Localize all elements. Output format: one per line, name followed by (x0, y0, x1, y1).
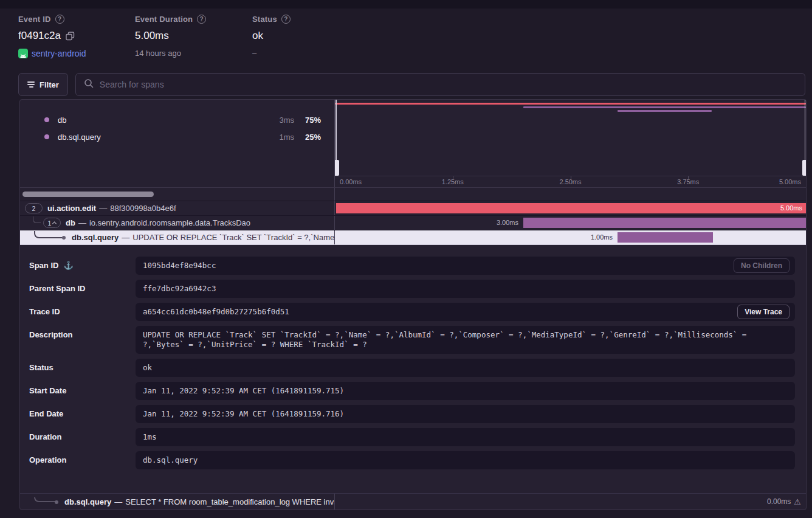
detail-label: Start Date (29, 386, 66, 395)
span-duration-label: 1.00ms (591, 233, 613, 241)
operations-legend: db 3ms 75% db.sql.query 1ms 25% (20, 100, 334, 187)
tree-connector (33, 216, 41, 223)
span-description: 88f300998a0b4e6f (110, 204, 176, 213)
status-label: Status (252, 15, 277, 24)
filter-button-label: Filter (40, 80, 59, 89)
legend-op-duration: 1ms (265, 133, 294, 142)
legend-op-name: db (58, 116, 66, 125)
detail-value: db.sql.query (136, 451, 795, 469)
help-icon[interactable]: ? (55, 15, 64, 24)
detail-value: 1ms (136, 428, 795, 446)
span-duration-label: 0.00ms (767, 497, 791, 506)
span-row-db-sql-query-select[interactable]: db.sql.query—SELECT * FROM room_table_mo… (20, 493, 806, 509)
legend-item-db[interactable]: db 3ms 75% (20, 111, 334, 128)
span-children-toggle[interactable]: 1 (43, 218, 61, 228)
detail-label: Duration (29, 432, 61, 441)
detail-value: Jan 11, 2022 9:52:39 AM CET (1641891159.… (136, 382, 795, 400)
span-duration-label: 3.00ms (497, 219, 518, 226)
legend-op-percent: 75% (294, 116, 321, 125)
help-icon[interactable]: ? (281, 15, 291, 24)
span-description: io.sentry.android.roomsample.data.Tracks… (89, 218, 250, 227)
span-children-toggle[interactable]: 2 (25, 203, 43, 213)
filter-icon (27, 81, 35, 88)
span-row-db-sql-query-selected[interactable]: db.sql.query—UPDATE OR REPLACE `Track` S… (20, 230, 806, 245)
view-trace-button[interactable]: View Trace (737, 305, 790, 319)
detail-label: Parent Span ID (29, 284, 85, 293)
event-id-label-row: Event ID ? (18, 15, 135, 24)
detail-value: ok (136, 359, 795, 377)
detail-label: Status (29, 363, 53, 372)
android-platform-icon (18, 49, 28, 58)
legend-item-db-sql-query[interactable]: db.sql.query 1ms 25% (20, 128, 334, 145)
span-duration-bar (618, 232, 713, 243)
legend-op-percent: 25% (294, 133, 321, 142)
detail-label: End Date (29, 409, 63, 418)
tree-timeline-divider (334, 188, 335, 201)
legend-op-name: db.sql.query (58, 133, 101, 142)
detail-row-trace-id: Trace ID a654cc61dc0b48ef9d0b27275b6f0d5… (29, 303, 795, 321)
status-value: ok (252, 30, 263, 42)
span-detail-panel: Span ID⚓ 1095bd4ef8e94bcc No Children Pa… (20, 245, 806, 493)
minimap-bar (618, 110, 712, 112)
minimap-bar (523, 106, 806, 108)
detail-row-span-id: Span ID⚓ 1095bd4ef8e94bcc No Children (29, 257, 795, 275)
help-icon[interactable]: ? (197, 15, 206, 24)
span-duration-label: 5.00ms (780, 204, 802, 212)
event-duration-value: 5.00ms (135, 30, 169, 42)
detail-label: Trace ID (29, 307, 60, 316)
detail-label: Operation (29, 455, 66, 464)
tree-scrollbar-thumb[interactable] (22, 192, 154, 197)
anchor-icon[interactable]: ⚓ (63, 261, 73, 270)
status-sub: – (252, 49, 256, 58)
detail-row-duration: Duration 1ms (29, 428, 795, 446)
tree-connector (34, 231, 63, 238)
detail-value: Jan 11, 2022 9:52:39 AM CET (1641891159.… (136, 405, 795, 423)
axis-label: 1.25ms (442, 178, 464, 185)
detail-label: Description (29, 330, 73, 339)
detail-value: 1095bd4ef8e94bcc No Children (136, 257, 795, 275)
span-op: db.sql.query (64, 497, 111, 506)
detail-label: Span ID (29, 261, 58, 270)
trace-minimap[interactable]: 0.00ms 1.25ms 2.50ms 3.75ms 5.00ms (334, 100, 806, 187)
span-op: db.sql.query (72, 233, 119, 242)
op-color-dot (44, 117, 49, 122)
legend-op-duration: 3ms (265, 116, 294, 125)
minimap-right-handle[interactable] (805, 100, 806, 176)
tree-connector (34, 497, 56, 503)
filter-button[interactable]: Filter (18, 73, 68, 96)
detail-value: ffe7dbc92a6942c3 (136, 280, 795, 298)
time-axis: 0.00ms 1.25ms 2.50ms 3.75ms 5.00ms (335, 176, 806, 187)
search-input[interactable] (100, 80, 797, 89)
minimap-left-handle[interactable] (335, 100, 337, 176)
op-color-dot (44, 134, 49, 139)
status-column: Status ? ok – (252, 9, 291, 67)
axis-label: 2.50ms (559, 178, 581, 185)
span-op: db (66, 218, 75, 227)
detail-value: UPDATE OR REPLACE `Track` SET `TrackId` … (136, 326, 795, 354)
chevron-up-icon (52, 221, 57, 226)
minimap-bar (335, 103, 806, 105)
no-children-button: No Children (734, 258, 790, 273)
trace-header-section: db 3ms 75% db.sql.query 1ms 25% (20, 100, 806, 188)
span-row-ui-action-edit[interactable]: 2 ui.action.edit—88f300998a0b4e6f 5.00ms (20, 201, 806, 216)
detail-row-end-date: End Date Jan 11, 2022 9:52:39 AM CET (16… (29, 405, 795, 423)
event-age: 14 hours ago (135, 49, 181, 58)
event-duration-column: Event Duration ? 5.00ms 14 hours ago (135, 9, 252, 67)
span-description: UPDATE OR REPLACE `Track` SET `TrackId` … (132, 233, 334, 242)
event-header: Event ID ? f0491c2a sentry-android Event… (18, 9, 794, 67)
event-duration-label: Event Duration (135, 15, 193, 24)
axis-label: 3.75ms (677, 178, 699, 185)
span-duration-bar: 5.00ms (336, 203, 806, 213)
search-icon (84, 78, 94, 91)
project-link[interactable]: sentry-android (32, 49, 86, 58)
detail-row-operation: Operation db.sql.query (29, 451, 795, 469)
axis-label: 5.00ms (779, 178, 801, 185)
event-id-label: Event ID (18, 15, 51, 24)
span-search-box[interactable] (75, 73, 805, 96)
span-toolbar: Filter (18, 73, 805, 96)
warning-icon: ⚠ (794, 497, 801, 506)
span-row-db[interactable]: 1 db—io.sentry.android.roomsample.data.T… (20, 216, 806, 230)
copy-icon[interactable] (66, 32, 75, 41)
trace-view: db 3ms 75% db.sql.query 1ms 25% (19, 99, 807, 510)
minimap-bars (335, 100, 806, 176)
